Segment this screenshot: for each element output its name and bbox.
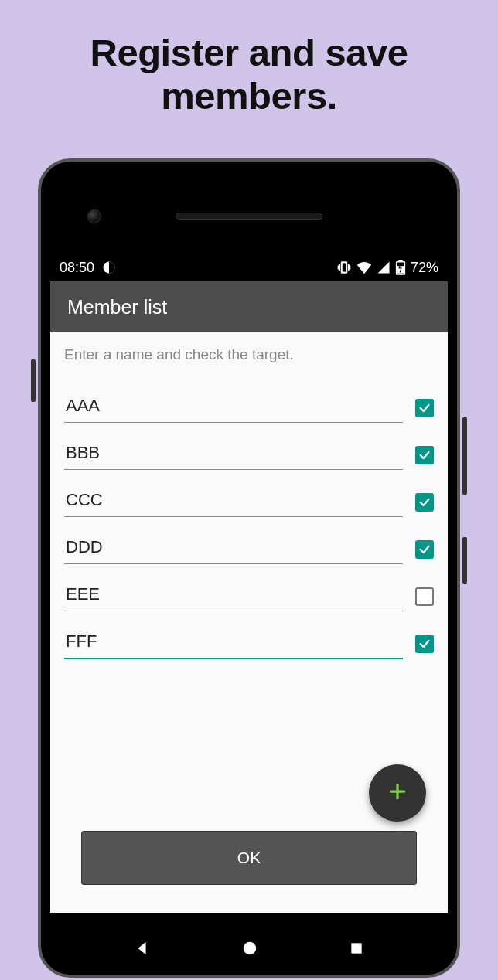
check-icon [418, 543, 431, 556]
svg-rect-6 [351, 943, 361, 953]
check-icon [418, 496, 431, 509]
vibrate-icon [336, 260, 352, 275]
phone-speaker [176, 213, 322, 220]
svg-rect-3 [398, 260, 402, 262]
status-bar: 08:50 72% [50, 256, 448, 279]
ok-button-label: OK [237, 849, 261, 867]
svg-point-5 [244, 942, 257, 955]
nav-home-button[interactable] [241, 940, 258, 957]
member-checkbox[interactable] [415, 587, 434, 606]
member-checkbox[interactable] [415, 493, 434, 512]
member-checkbox[interactable] [415, 399, 434, 417]
member-name-input[interactable] [64, 534, 403, 564]
battery-icon [395, 260, 406, 275]
member-name-input[interactable] [64, 581, 403, 611]
hero-title: Register and save members. [0, 0, 498, 141]
check-icon [418, 402, 431, 414]
nav-back-button[interactable] [134, 940, 151, 957]
ok-button[interactable]: OK [81, 831, 417, 885]
check-icon [418, 449, 431, 461]
member-checkbox[interactable] [415, 635, 434, 653]
check-icon [418, 638, 431, 650]
member-name-input[interactable] [64, 487, 403, 517]
app-title: Member list [67, 296, 167, 318]
member-row [64, 487, 434, 517]
nav-recent-button[interactable] [349, 941, 364, 956]
phone-side-button [31, 359, 36, 402]
member-list [50, 368, 448, 831]
plus-icon [387, 781, 408, 805]
notification-icon [102, 260, 116, 274]
member-name-input[interactable] [64, 393, 403, 423]
phone-side-button [462, 417, 467, 495]
phone-side-button [462, 537, 467, 584]
member-name-input[interactable] [64, 628, 403, 659]
member-row [64, 393, 434, 423]
app-bar: Member list [50, 281, 448, 332]
member-checkbox[interactable] [415, 446, 434, 464]
battery-text: 72% [411, 260, 438, 276]
status-time: 08:50 [60, 260, 94, 276]
hint-text: Enter a name and check the target. [50, 332, 448, 368]
android-nav-bar [50, 922, 448, 975]
svg-rect-1 [342, 262, 347, 272]
member-row [64, 534, 434, 564]
member-row [64, 440, 434, 470]
member-checkbox[interactable] [415, 540, 434, 559]
member-name-input[interactable] [64, 440, 403, 470]
member-row [64, 628, 434, 659]
wifi-icon [356, 260, 372, 274]
phone-mockup: 08:50 72% [38, 158, 460, 978]
add-member-fab[interactable] [369, 764, 426, 822]
member-row [64, 581, 434, 611]
signal-icon [377, 260, 391, 274]
phone-camera [87, 209, 101, 223]
app-screen: Member list Enter a name and check the t… [50, 281, 448, 913]
